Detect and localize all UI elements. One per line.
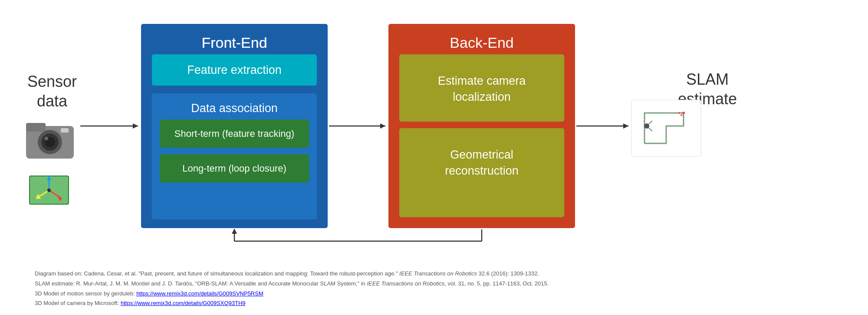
svg-point-18 xyxy=(678,112,680,114)
sensor-label: Sensor xyxy=(27,73,77,90)
long-term-label: Long-term (loop closure) xyxy=(182,163,286,174)
feature-extraction-label: Feature extraction xyxy=(187,63,282,76)
frontend-title-static: Front-End xyxy=(201,34,267,51)
short-term-label: Short-term (feature tracking) xyxy=(174,128,294,139)
footer: Diagram based on: Cadena, Cesar, et al. … xyxy=(35,269,833,308)
footer-line3: 3D Model of motion sensor by gerduleb: h… xyxy=(35,289,833,299)
svg-point-17 xyxy=(682,112,685,114)
svg-point-15 xyxy=(47,189,51,192)
estimate-label-2: localization xyxy=(453,90,511,103)
feedback-arrow-head xyxy=(232,229,237,234)
footer-line4: 3D Model of camera by Microsoft: https:/… xyxy=(35,298,833,308)
svg-point-19 xyxy=(681,114,682,116)
camera-url[interactable]: https://www.remix3d.com/details/G009SXQ9… xyxy=(121,300,246,306)
footer-line1: Diagram based on: Cadena, Cesar, et al. … xyxy=(35,269,833,279)
footer-line2: SLAM estimate: R. Mur-Artal, J. M. M. Mo… xyxy=(35,279,833,289)
geo-label-1: Geometrical xyxy=(450,148,513,161)
data-assoc-title: Data association xyxy=(191,102,278,115)
slam-label: SLAM xyxy=(686,70,729,88)
sensor-url[interactable]: https://www.remix3d.com/details/G009SVNP… xyxy=(136,290,263,297)
sensor-label-2: data xyxy=(37,92,68,110)
arrow-backend-slam-head xyxy=(623,123,628,129)
estimate-box xyxy=(399,54,564,122)
camera-icon xyxy=(26,123,74,159)
estimate-label-1: Estimate camera xyxy=(438,74,526,87)
svg-point-5 xyxy=(45,137,48,140)
svg-rect-6 xyxy=(61,128,69,133)
svg-rect-1 xyxy=(26,123,46,132)
imu-icon xyxy=(30,176,69,204)
arrow-frontend-backend-head xyxy=(380,123,385,129)
backend-title: Back-End xyxy=(450,34,513,51)
geo-label-2: reconstruction xyxy=(445,164,519,177)
slam-result-icon xyxy=(631,100,701,156)
arrow-sensor-frontend-head xyxy=(133,123,138,129)
